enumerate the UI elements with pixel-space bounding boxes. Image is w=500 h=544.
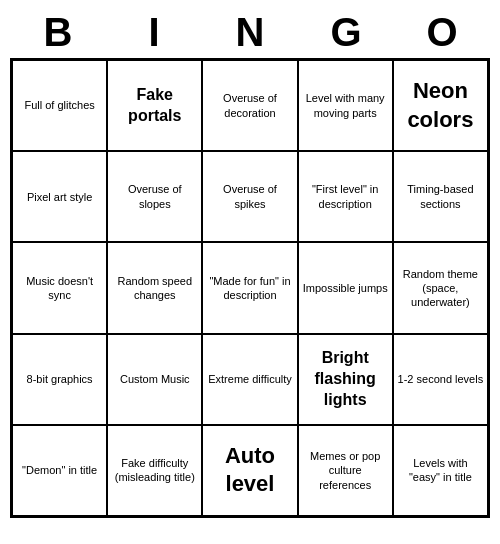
header-letter-b: B <box>14 8 102 56</box>
cell-0[interactable]: Full of glitches <box>12 60 107 151</box>
bingo-grid: Full of glitches Fake portals Overuse of… <box>10 58 490 518</box>
cell-19[interactable]: 1-2 second levels <box>393 334 488 425</box>
cell-5[interactable]: Pixel art style <box>12 151 107 242</box>
header-letter-o: O <box>398 8 486 56</box>
cell-14[interactable]: Random theme (space, underwater) <box>393 242 488 333</box>
cell-3[interactable]: Level with many moving parts <box>298 60 393 151</box>
cell-2[interactable]: Overuse of decoration <box>202 60 297 151</box>
cell-21[interactable]: Fake difficulty (misleading title) <box>107 425 202 516</box>
cell-11[interactable]: Random speed changes <box>107 242 202 333</box>
cell-13[interactable]: Impossible jumps <box>298 242 393 333</box>
cell-16[interactable]: Custom Music <box>107 334 202 425</box>
cell-20[interactable]: "Demon" in title <box>12 425 107 516</box>
cell-15[interactable]: 8-bit graphics <box>12 334 107 425</box>
cell-23[interactable]: Memes or pop culture references <box>298 425 393 516</box>
cell-4[interactable]: Neon colors <box>393 60 488 151</box>
bingo-header: B I N G O <box>10 8 490 56</box>
header-letter-n: N <box>206 8 294 56</box>
cell-12[interactable]: "Made for fun" in description <box>202 242 297 333</box>
cell-1[interactable]: Fake portals <box>107 60 202 151</box>
cell-9[interactable]: Timing-based sections <box>393 151 488 242</box>
cell-8[interactable]: "First level" in description <box>298 151 393 242</box>
cell-10[interactable]: Music doesn't sync <box>12 242 107 333</box>
header-letter-i: I <box>110 8 198 56</box>
cell-7[interactable]: Overuse of spikes <box>202 151 297 242</box>
cell-18[interactable]: Bright flashing lights <box>298 334 393 425</box>
header-letter-g: G <box>302 8 390 56</box>
cell-24[interactable]: Levels with "easy" in title <box>393 425 488 516</box>
cell-6[interactable]: Overuse of slopes <box>107 151 202 242</box>
cell-22[interactable]: Auto level <box>202 425 297 516</box>
cell-17[interactable]: Extreme difficulty <box>202 334 297 425</box>
